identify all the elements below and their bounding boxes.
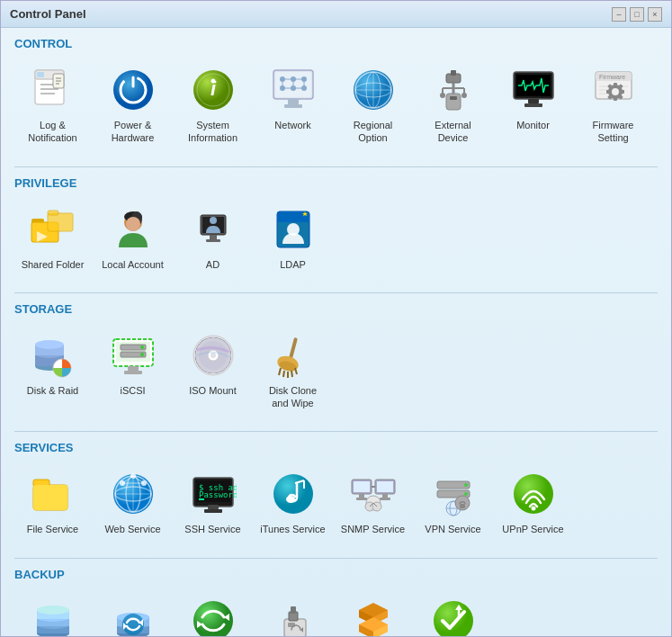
item-file-service[interactable]: File Service	[14, 463, 91, 541]
svg-point-47	[461, 93, 467, 98]
section-title-storage: STORAGE	[14, 302, 658, 318]
svg-point-142	[286, 496, 295, 503]
item-snmp-service[interactable]: SNMP Service	[335, 463, 411, 541]
disk-clone-wipe-label: Disk Cloneand Wipe	[269, 384, 317, 410]
item-system-failover[interactable]: SystemFailover	[415, 590, 491, 636]
section-title-control: CONTROL	[14, 37, 658, 52]
iscsi-icon	[108, 330, 158, 381]
upnp-service-label: UPnP Service	[502, 523, 563, 535]
item-network[interactable]: Network	[255, 59, 331, 150]
svg-rect-149	[359, 494, 364, 498]
svg-rect-64	[614, 97, 617, 101]
svg-point-83	[210, 217, 217, 224]
item-aws-s3[interactable]: AWS S3	[335, 590, 411, 636]
minimize-button[interactable]: –	[612, 7, 626, 22]
svg-rect-191	[291, 606, 296, 614]
shared-folder-icon	[28, 204, 78, 255]
item-upnp-service[interactable]: UPnP Service	[495, 463, 571, 541]
firmware-setting-icon: Firmware	[588, 65, 639, 115]
svg-rect-74	[48, 213, 73, 231]
power-hardware-label: Power &Hardware	[112, 119, 155, 145]
item-ad[interactable]: AD	[175, 199, 251, 276]
item-shared-folder[interactable]: Shared Folder	[14, 199, 91, 276]
ssh-service-label: SSH Service	[184, 523, 240, 535]
svg-rect-167	[460, 504, 465, 508]
svg-rect-150	[356, 498, 367, 500]
regional-option-label: RegionalOption	[354, 119, 392, 145]
monitor-label: Monitor	[516, 119, 550, 131]
section-backup: BACKUP	[14, 568, 658, 636]
svg-text:Password: ***: Password: ***	[199, 490, 237, 499]
system-information-label: SystemInformation	[188, 119, 237, 145]
divider-services	[14, 431, 658, 432]
section-title-backup: BACKUP	[14, 568, 658, 583]
item-rsync-service[interactable]: Rsync Service	[175, 590, 251, 636]
item-monitor[interactable]: Monitor	[495, 59, 571, 150]
svg-rect-148	[377, 481, 393, 492]
ad-label: AD	[206, 258, 220, 271]
system-failover-icon	[428, 596, 479, 636]
item-external-device[interactable]: ExternalDevice	[415, 59, 491, 150]
item-vpn-service[interactable]: VPN Service	[415, 463, 491, 541]
item-disk-clone-wipe[interactable]: Disk Cloneand Wipe	[255, 325, 331, 416]
svg-rect-85	[206, 239, 220, 242]
section-title-services: SERVICES	[14, 441, 658, 456]
item-itunes-service[interactable]: iTunes Service	[255, 463, 331, 541]
aws-s3-icon	[348, 596, 399, 636]
privilege-items: Shared Folder	[14, 199, 658, 285]
restore-button[interactable]: □	[630, 7, 644, 22]
svg-point-162	[464, 492, 468, 496]
svg-line-118	[295, 368, 297, 374]
title-bar: Control Panel – □ ×	[1, 1, 671, 28]
firmware-setting-label: FirmwareSetting	[593, 119, 634, 145]
svg-point-95	[35, 340, 64, 349]
item-system-information[interactable]: i SystemInformation	[175, 59, 251, 150]
svg-rect-32	[288, 99, 299, 104]
section-control: CONTROL	[14, 37, 658, 159]
svg-rect-66	[606, 90, 610, 94]
remote-backup-icon	[108, 596, 158, 636]
log-notification-label: Log &Notification	[28, 119, 76, 145]
item-ldap[interactable]: LDAP	[255, 199, 331, 276]
item-iscsi[interactable]: iSCSI	[94, 325, 171, 416]
section-services: SERVICES File Service	[14, 441, 658, 550]
item-ssh-service[interactable]: $ ssh admin Password: *** SSH Service	[175, 463, 251, 541]
svg-rect-63	[614, 83, 617, 86]
svg-rect-49	[450, 96, 457, 100]
iso-mount-label: ISO Mount	[189, 384, 237, 397]
svg-rect-53	[524, 103, 542, 107]
svg-point-182	[122, 614, 144, 635]
item-regional-option[interactable]: RegionalOption	[335, 59, 411, 150]
backup-items: Local Backup	[14, 590, 658, 636]
item-log-notification[interactable]: Log &Notification	[14, 59, 91, 150]
control-panel-window: Control Panel – □ × CONTROL	[0, 0, 672, 637]
item-local-account[interactable]: Local Account	[94, 199, 171, 276]
item-iso-mount[interactable]: ISO Mount	[175, 325, 251, 416]
svg-rect-41	[451, 70, 456, 76]
window-title: Control Panel	[10, 7, 86, 21]
item-local-backup[interactable]: Local Backup	[14, 590, 91, 636]
svg-rect-140	[204, 509, 222, 513]
snmp-service-icon	[348, 469, 399, 519]
item-remote-backup[interactable]: RemoteBackup	[94, 590, 171, 636]
storage-items: Disk & Raid	[14, 325, 658, 425]
services-items: File Service	[14, 463, 658, 550]
svg-rect-65	[621, 90, 624, 94]
svg-point-101	[140, 345, 144, 349]
section-privilege: PRIVILEGE	[14, 176, 658, 285]
svg-point-176	[37, 606, 69, 615]
item-power-hardware[interactable]: Power &Hardware	[94, 59, 171, 150]
local-backup-icon	[28, 596, 78, 636]
item-usb-copy[interactable]: USB Copy	[255, 590, 331, 636]
shared-folder-label: Shared Folder	[22, 258, 85, 271]
network-icon	[268, 65, 318, 115]
svg-line-114	[279, 368, 281, 375]
close-button[interactable]: ×	[648, 7, 662, 22]
iso-mount-icon	[188, 330, 238, 381]
svg-point-62	[612, 88, 619, 95]
item-firmware-setting[interactable]: Firmware	[575, 59, 651, 150]
item-web-service[interactable]: Web Service	[94, 463, 171, 541]
item-disk-raid[interactable]: Disk & Raid	[14, 325, 91, 416]
svg-rect-103	[128, 366, 139, 371]
web-service-icon	[108, 469, 158, 519]
